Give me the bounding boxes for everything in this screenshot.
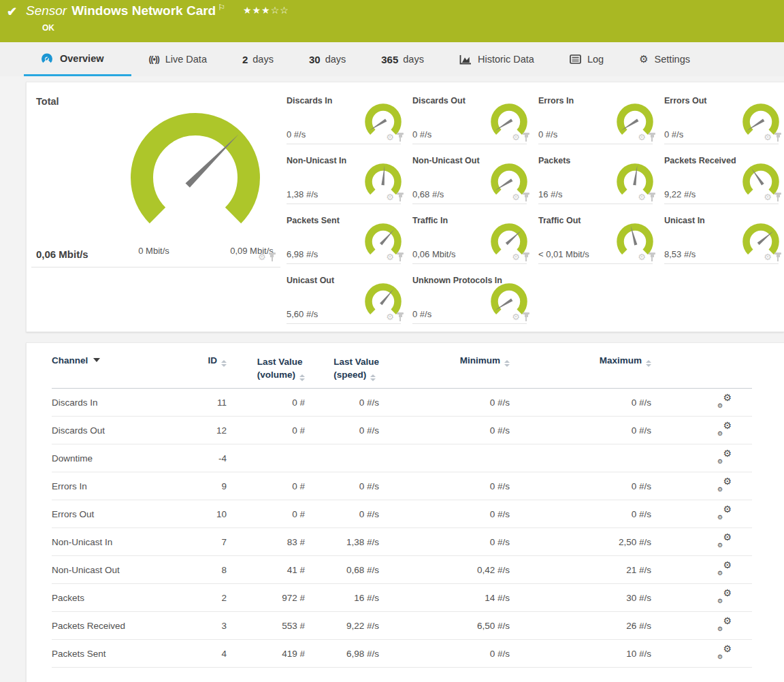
channel-settings-gears-icon[interactable]: ⚙⚙	[717, 423, 732, 435]
channel-name[interactable]: Downtime	[52, 444, 188, 472]
pin-icon[interactable]	[397, 253, 404, 261]
tab-bar: Overview ((•)) Live Data 2 days 30 days …	[0, 42, 784, 76]
tab-30-days[interactable]: 30 days	[291, 42, 363, 76]
channel-name[interactable]: Non-Unicast Out	[52, 556, 188, 584]
divider	[664, 263, 779, 264]
pin-icon[interactable]	[523, 133, 529, 142]
channel-settings-gears-icon[interactable]: ⚙⚙	[717, 563, 732, 574]
channel-row-errors-in[interactable]: Errors In 9 0 # 0 #/s 0 #/s 0 #/s ⚙⚙	[52, 472, 752, 500]
channel-row-downtime[interactable]: Downtime -4 ⚙⚙	[52, 444, 752, 472]
gear-icon[interactable]: ⚙	[386, 193, 394, 201]
channel-gauge-title: Errors Out	[664, 96, 707, 105]
pin-icon[interactable]	[397, 312, 404, 321]
channel-settings-gears-icon[interactable]: ⚙⚙	[717, 451, 732, 463]
channel-row-discards-in[interactable]: Discards In 11 0 # 0 #/s 0 #/s 0 #/s ⚙⚙	[52, 389, 752, 417]
gear-icon[interactable]: ⚙	[764, 193, 772, 201]
pin-icon[interactable]	[649, 253, 655, 261]
pin-icon[interactable]	[397, 193, 404, 201]
flag-icon[interactable]: ⚐	[218, 3, 225, 12]
channel-id: 7	[188, 528, 227, 556]
channel-name[interactable]: Errors Out	[52, 500, 188, 528]
tab-historic-data[interactable]: Historic Data	[442, 42, 552, 76]
star-filled-icon[interactable]: ★	[243, 5, 252, 16]
channel-name[interactable]: Errors In	[52, 472, 188, 500]
channel-name[interactable]: Discards In	[52, 389, 188, 417]
channel-row-discards-out[interactable]: Discards Out 12 0 # 0 #/s 0 #/s 0 #/s ⚙⚙	[52, 417, 752, 444]
pin-icon[interactable]	[774, 193, 781, 201]
gear-icon: ⚙	[639, 53, 648, 65]
pin-icon[interactable]	[397, 133, 404, 142]
gear-icon[interactable]: ⚙	[638, 253, 646, 261]
channel-gauge-title: Non-Unicast In	[287, 156, 346, 165]
live-icon: ((•))	[149, 54, 159, 64]
col-header-minimum[interactable]: Minimum	[379, 343, 510, 389]
col-header-id[interactable]: ID	[188, 343, 227, 389]
total-gauge-tools: ⚙	[258, 253, 276, 261]
gear-icon[interactable]: ⚙	[512, 312, 520, 321]
channel-id: 11	[188, 389, 227, 417]
tab-365-days[interactable]: 365 days	[363, 42, 442, 76]
star-filled-icon[interactable]: ★	[261, 5, 271, 16]
tab-overview[interactable]: Overview	[24, 42, 131, 76]
tab-log[interactable]: Log	[552, 42, 621, 76]
col-header-maximum[interactable]: Maximum	[510, 343, 651, 389]
channels-table-panel: Channel ID Last Value (volume) Last Valu…	[26, 342, 784, 682]
pin-icon[interactable]	[523, 312, 529, 321]
pin-icon[interactable]	[649, 133, 655, 142]
tab-2-days[interactable]: 2 days	[225, 42, 291, 76]
channel-last-volume: 0 #	[227, 500, 305, 528]
col-header-channel[interactable]: Channel	[52, 343, 188, 389]
channel-settings-gears-icon[interactable]: ⚙⚙	[717, 619, 732, 630]
gear-icon[interactable]: ⚙	[512, 253, 520, 261]
channel-gauge-tools: ⚙	[386, 193, 404, 201]
gear-icon[interactable]: ⚙	[638, 193, 646, 201]
pin-icon[interactable]	[269, 253, 276, 261]
col-header-last-value-volume[interactable]: Last Value (volume)	[227, 343, 305, 389]
gear-icon[interactable]: ⚙	[512, 133, 520, 142]
pin-icon[interactable]	[774, 133, 781, 142]
gear-icon[interactable]: ⚙	[386, 133, 394, 142]
channel-row-non-unicast-out[interactable]: Non-Unicast Out 8 41 # 0,68 #/s 0,42 #/s…	[52, 556, 752, 584]
pin-icon[interactable]	[649, 193, 655, 201]
channel-settings-gears-icon[interactable]: ⚙⚙	[717, 395, 732, 407]
star-filled-icon[interactable]: ★	[252, 5, 262, 16]
col-header-last-value-speed[interactable]: Last Value (speed)	[305, 343, 379, 389]
gear-icon[interactable]: ⚙	[764, 133, 772, 142]
tab-live-data[interactable]: ((•)) Live Data	[131, 42, 225, 76]
channel-maximum	[510, 444, 651, 472]
gauge-discards-out: Discards Out 0 #/s ⚙	[412, 91, 527, 150]
channel-settings-gears-icon[interactable]: ⚙⚙	[717, 535, 732, 547]
gear-icon[interactable]: ⚙	[386, 312, 394, 321]
channel-minimum: 14 #/s	[379, 584, 510, 612]
gear-icon[interactable]: ⚙	[638, 133, 646, 142]
channel-row-packets-received[interactable]: Packets Received 3 553 # 9,22 #/s 6,50 #…	[52, 612, 752, 640]
channel-name[interactable]: Non-Unicast In	[52, 528, 188, 556]
channel-name[interactable]: Discards Out	[52, 417, 188, 444]
gear-icon[interactable]: ⚙	[258, 253, 266, 261]
channel-settings-gears-icon[interactable]: ⚙⚙	[717, 479, 732, 491]
gear-icon[interactable]: ⚙	[764, 253, 772, 261]
pin-icon[interactable]	[523, 193, 529, 201]
channel-gauge-title: Discards Out	[412, 96, 466, 105]
channel-row-packets[interactable]: Packets 2 972 # 16 #/s 14 #/s 30 #/s ⚙⚙	[52, 584, 752, 612]
channel-row-non-unicast-in[interactable]: Non-Unicast In 7 83 # 1,38 #/s 0 #/s 2,5…	[52, 528, 752, 556]
channel-gauge-value: 0 #/s	[412, 129, 431, 140]
channel-name[interactable]: Packets	[52, 584, 188, 612]
channel-row-errors-out[interactable]: Errors Out 10 0 # 0 #/s 0 #/s 0 #/s ⚙⚙	[52, 500, 752, 528]
channel-gauge-title: Packets Sent	[287, 216, 340, 225]
pin-icon[interactable]	[523, 253, 529, 261]
channel-gauge-title: Non-Unicast Out	[412, 156, 480, 165]
star-empty-icon[interactable]: ☆	[271, 5, 280, 16]
channel-settings-gears-icon[interactable]: ⚙⚙	[717, 591, 732, 602]
channel-row-packets-sent[interactable]: Packets Sent 4 419 # 6,98 #/s 0 #/s 10 #…	[52, 640, 752, 668]
gear-icon[interactable]: ⚙	[386, 253, 394, 261]
channel-settings-gears-icon[interactable]: ⚙⚙	[717, 507, 732, 519]
channel-name[interactable]: Packets Received	[52, 612, 188, 640]
channel-settings-gears-icon[interactable]: ⚙⚙	[717, 647, 732, 658]
pin-icon[interactable]	[774, 253, 781, 261]
star-empty-icon[interactable]: ☆	[280, 5, 289, 16]
gear-icon[interactable]: ⚙	[512, 193, 520, 201]
channel-name[interactable]: Packets Sent	[52, 640, 188, 668]
tab-settings[interactable]: ⚙ Settings	[621, 42, 708, 76]
priority-stars[interactable]: ★★★☆☆	[243, 5, 289, 16]
